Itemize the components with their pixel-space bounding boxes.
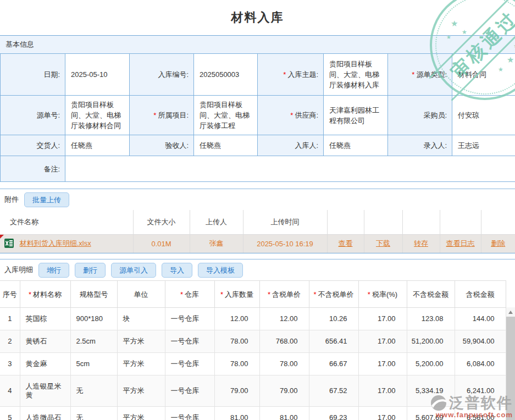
detail-cell: 5,200.00 xyxy=(407,353,455,375)
field-value-deliverer[interactable]: 任晓燕 xyxy=(65,135,130,156)
import-button[interactable]: 导入 xyxy=(162,263,192,278)
details-label: 入库明细 xyxy=(4,265,33,275)
field-value-recorder[interactable]: 王志远 xyxy=(452,135,515,156)
detail-cell: 人造银星米黄 xyxy=(20,375,70,407)
inbound-details-section: 入库明细 增行 删行 源单引入 导入 导入模板 序号*材料名称规格型号单位*仓库… xyxy=(0,259,515,420)
file-row[interactable]: 材料到货入库明细.xlsx 0.01M 张鑫 2025-05-10 16:19 … xyxy=(0,234,515,253)
view-log-link[interactable]: 查看日志 xyxy=(446,239,475,247)
required-asterisk: * xyxy=(29,290,31,299)
section-title: 基本信息 xyxy=(5,40,34,49)
field-value-supplier[interactable]: 天津嘉利园林工程有限公司 xyxy=(324,96,388,135)
detail-cell: 66.67 xyxy=(309,353,358,375)
detail-column-header: 不含税金额 xyxy=(407,281,455,308)
detail-cell: 黄锈石 xyxy=(20,330,70,353)
attachments-table: 文件名称 文件大小 上传人 上传时间 xyxy=(0,210,515,253)
detail-cell: 17.00 xyxy=(358,353,407,375)
attachments-toolbar: 附件 批量上传 xyxy=(0,189,515,210)
file-action-viewlog: 查看日志 xyxy=(440,234,481,253)
file-col-time: 上传时间 xyxy=(243,210,327,234)
file-uploader: 张鑫 xyxy=(190,234,243,253)
detail-column-header: *含税单价 xyxy=(259,281,309,308)
download-link[interactable]: 下载 xyxy=(376,239,390,247)
detail-column-header: *仓库 xyxy=(165,281,214,308)
basic-info-form: 日期: 2025-05-10 入库编号: 2025050003 *入库主题: 贵… xyxy=(0,53,515,182)
file-col-action xyxy=(481,210,515,234)
import-template-button[interactable]: 导入模板 xyxy=(198,263,243,278)
table-row[interactable]: 5人造微晶石无平方米一号仓库81.0081.0069.2317.005,607.… xyxy=(0,407,506,420)
field-label-supplier: *供应商: xyxy=(258,96,324,135)
detail-cell: 81.00 xyxy=(214,407,259,420)
detail-cell: 平方米 xyxy=(117,375,165,407)
detail-cell: 英国棕 xyxy=(20,308,70,330)
detail-cell: 17.00 xyxy=(358,375,407,407)
field-label-source-no: 源单号: xyxy=(1,96,65,135)
detail-cell: 平方米 xyxy=(117,330,165,353)
delete-row-button[interactable]: 删行 xyxy=(75,263,106,278)
table-row[interactable]: 2黄锈石2.5cm平方米一号仓库78.00768.00656.4117.0051… xyxy=(0,330,506,353)
field-value-purchaser[interactable]: 付安琼 xyxy=(452,96,515,135)
details-header-row: 序号*材料名称规格型号单位*仓库*入库数量*含税单价*不含税单价*税率(%)不含… xyxy=(0,281,506,308)
material-inbound-page: 材料入库 ★ ★ ★ ★ ★ ★ 审核通过 基本信息 日期: 2025-05-1… xyxy=(0,0,515,420)
file-upload-time: 2025-05-10 16:19 xyxy=(243,234,327,253)
file-name-link[interactable]: 材料到货入库明细.xlsx xyxy=(20,239,91,247)
file-action-download: 下载 xyxy=(364,234,402,253)
detail-cell: 一号仓库 xyxy=(165,353,214,375)
field-value-source-no[interactable]: 贵阳项目样板间、大堂、电梯厅装修材料合同 xyxy=(65,96,130,135)
transfer-link[interactable]: 转存 xyxy=(414,239,428,247)
table-row[interactable]: 3黄金麻5cm平方米一号仓库78.0078.0066.6717.005,200.… xyxy=(0,353,506,375)
field-value-inspector[interactable]: 任晓燕 xyxy=(194,135,258,156)
detail-cell: 3 xyxy=(0,353,20,375)
detail-cell: 2.5cm xyxy=(70,330,117,353)
excel-file-icon xyxy=(4,239,14,248)
detail-column-header: 规格型号 xyxy=(70,281,117,308)
detail-cell: 17.00 xyxy=(358,407,407,420)
field-value-subject[interactable]: 贵阳项目样板间、大堂、电梯厅装修材料入库 xyxy=(324,54,388,96)
required-asterisk: * xyxy=(283,70,286,79)
details-toolbar: 入库明细 增行 删行 源单引入 导入 导入模板 xyxy=(0,259,515,280)
field-value-remark[interactable] xyxy=(65,156,515,182)
detail-cell: 900*180 xyxy=(70,308,117,330)
file-col-action xyxy=(364,210,402,234)
detail-cell: 81.00 xyxy=(259,407,309,420)
field-value-source-type[interactable]: 材料合同 xyxy=(452,54,515,96)
title-bar: 材料入库 xyxy=(0,0,515,35)
batch-upload-button[interactable]: 批量上传 xyxy=(24,192,69,207)
add-row-button[interactable]: 增行 xyxy=(38,263,69,278)
table-row[interactable]: 4人造银星米黄无平方米一号仓库79.0079.0067.5217.005,334… xyxy=(0,375,506,407)
details-table-area: 序号*材料名称规格型号单位*仓库*入库数量*含税单价*不含税单价*税率(%)不含… xyxy=(0,280,515,420)
detail-cell: 17.00 xyxy=(358,330,407,353)
scrollbar-thumb[interactable] xyxy=(506,317,515,420)
field-label-deliverer: 交货人: xyxy=(1,135,65,156)
field-value-inbound-no[interactable]: 2025050003 xyxy=(194,54,258,96)
detail-cell: 黄金麻 xyxy=(20,353,70,375)
file-col-size: 文件大小 xyxy=(133,210,190,234)
detail-cell: 59,904.00 xyxy=(455,330,506,353)
field-value-project[interactable]: 贵阳项目样板间、大堂、电梯厅装修工程 xyxy=(194,96,258,135)
required-asterisk: * xyxy=(220,290,223,299)
field-value-date[interactable]: 2025-05-10 xyxy=(65,54,130,96)
required-asterisk: * xyxy=(290,111,293,119)
view-link[interactable]: 查看 xyxy=(339,239,353,247)
detail-cell: 一号仓库 xyxy=(165,407,214,420)
detail-cell: 一号仓库 xyxy=(165,330,214,353)
file-name-cell: 材料到货入库明细.xlsx xyxy=(0,234,133,253)
field-label-date: 日期: xyxy=(1,54,65,96)
detail-cell: 2 xyxy=(0,330,20,353)
vertical-scrollbar[interactable] xyxy=(506,307,515,420)
delete-link[interactable]: 删除 xyxy=(491,239,505,247)
field-value-warehouser[interactable]: 任晓燕 xyxy=(324,135,388,156)
table-row[interactable]: 1英国棕900*180块一号仓库12.0012.0010.2617.00123.… xyxy=(0,308,506,330)
detail-cell: 5cm xyxy=(70,353,117,375)
details-table: 序号*材料名称规格型号单位*仓库*入库数量*含税单价*不含税单价*税率(%)不含… xyxy=(0,280,506,420)
detail-cell: 78.00 xyxy=(214,330,259,353)
detail-column-header: *入库数量 xyxy=(214,281,259,308)
required-asterisk: * xyxy=(412,70,414,79)
import-from-source-button[interactable]: 源单引入 xyxy=(111,263,156,278)
detail-cell: 79.00 xyxy=(259,375,309,407)
scroll-up-arrow-icon[interactable] xyxy=(506,307,515,317)
field-label-inbound-no: 入库编号: xyxy=(130,54,194,96)
detail-cell: 6,241.00 xyxy=(455,375,506,407)
detail-cell: 块 xyxy=(117,308,165,330)
detail-column-header: 含税金额 xyxy=(455,281,506,308)
field-label-source-type: *源单类型: xyxy=(388,54,452,96)
